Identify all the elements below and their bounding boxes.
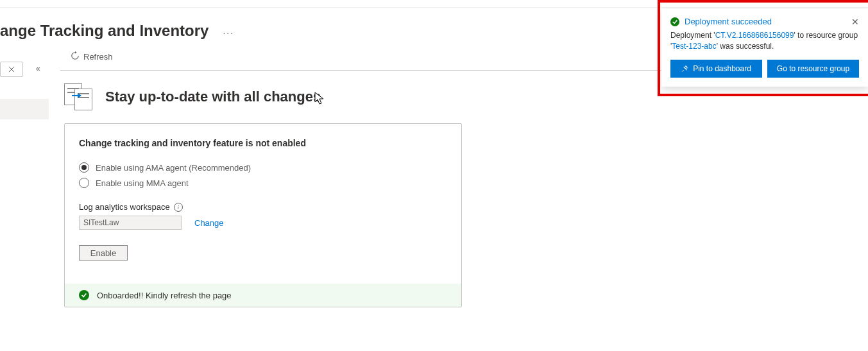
toast-body: Deployment 'CT.V2.1668686156099' to reso… bbox=[670, 30, 859, 52]
go-to-resource-group-button[interactable]: Go to resource group bbox=[767, 60, 859, 78]
sidebar-selected-item[interactable] bbox=[0, 99, 49, 119]
change-tracking-icon bbox=[64, 83, 94, 110]
toast-title[interactable]: Deployment succeeded bbox=[685, 17, 846, 26]
workspace-label: Log analytics workspace bbox=[79, 202, 170, 212]
pin-to-dashboard-button[interactable]: Pin to dashboard bbox=[670, 60, 762, 78]
info-icon[interactable]: i bbox=[174, 203, 183, 212]
close-tab-button[interactable] bbox=[0, 62, 23, 77]
radio-mma-label: Enable using MMA agent bbox=[96, 178, 189, 188]
success-check-icon bbox=[79, 290, 89, 300]
radio-ama[interactable]: Enable using AMA agent (Recommended) bbox=[79, 162, 447, 173]
goto-label: Go to resource group bbox=[777, 64, 849, 73]
pin-icon bbox=[681, 65, 689, 73]
card-title: Change tracking and inventory feature is… bbox=[79, 138, 447, 148]
pin-label: Pin to dashboard bbox=[693, 64, 751, 73]
success-check-icon bbox=[670, 17, 679, 26]
radio-icon bbox=[79, 162, 89, 173]
section-heading: Stay up-to-date with all changes bbox=[105, 89, 321, 105]
collapse-icon[interactable]: « bbox=[36, 64, 40, 73]
change-link[interactable]: Change bbox=[194, 218, 224, 228]
status-bar: Onboarded!! Kindly refresh the page bbox=[65, 284, 461, 307]
refresh-label: Refresh bbox=[83, 52, 113, 62]
enable-button[interactable]: Enable bbox=[79, 245, 128, 261]
workspace-input bbox=[79, 216, 182, 230]
resource-group-link[interactable]: Test-123-abc bbox=[672, 42, 716, 51]
status-message: Onboarded!! Kindly refresh the page bbox=[97, 291, 232, 300]
refresh-button[interactable]: Refresh bbox=[67, 49, 117, 65]
deployment-link[interactable]: CT.V2.1668686156099 bbox=[715, 31, 794, 40]
refresh-icon bbox=[71, 51, 80, 62]
radio-ama-label: Enable using AMA agent (Recommended) bbox=[96, 163, 251, 173]
page-title: ange Tracking and Inventory bbox=[0, 22, 208, 40]
close-icon[interactable]: ✕ bbox=[851, 17, 859, 26]
enable-card: Change tracking and inventory feature is… bbox=[64, 123, 462, 307]
radio-icon bbox=[79, 178, 89, 188]
ellipsis-icon[interactable]: ... bbox=[223, 26, 234, 36]
deployment-toast: Deployment succeeded ✕ Deployment 'CT.V2… bbox=[661, 9, 868, 87]
radio-mma[interactable]: Enable using MMA agent bbox=[79, 178, 447, 188]
